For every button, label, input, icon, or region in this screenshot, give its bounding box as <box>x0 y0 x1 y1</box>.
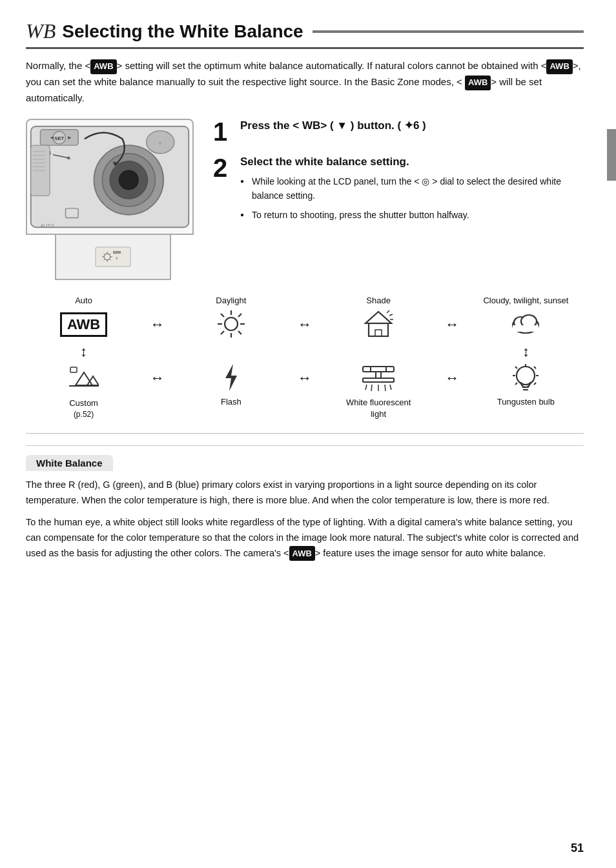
step-2-bullet-2: To return to shooting, press the shutter… <box>240 208 584 222</box>
wb-label-auto: Auto <box>29 296 139 305</box>
info-box: White Balance The three R (red), G (gree… <box>26 445 584 561</box>
step-1-number: 1 <box>213 119 236 145</box>
wb-label-daylight: Daylight <box>176 296 286 305</box>
wb-sym-cloudy <box>471 311 580 339</box>
step-1-content: Press the < WB> ( ▼ ) button. ( ✦6 ) <box>240 119 426 138</box>
wb-label-shade: Shade <box>323 296 433 305</box>
info-paragraph-2: To the human eye, a white object still l… <box>26 515 584 561</box>
arrow-custom-flash: ↔ <box>145 370 170 387</box>
svg-line-79 <box>515 383 517 385</box>
svg-line-67 <box>371 385 372 391</box>
arrow-cloudy-down: ↕ <box>471 343 580 360</box>
step-2: 2 Select the white balance setting. Whil… <box>213 155 584 228</box>
section-divider <box>26 433 584 434</box>
wb-sym-fluorescent <box>323 363 433 394</box>
svg-text:►: ► <box>67 134 73 141</box>
svg-line-42 <box>221 314 224 317</box>
wb-sym-shade <box>323 309 433 341</box>
step-1: 1 Press the < WB> ( ▼ ) button. ( ✦6 ) <box>213 119 584 145</box>
svg-point-71 <box>517 367 535 385</box>
svg-rect-58 <box>69 385 99 387</box>
svg-line-78 <box>534 367 536 368</box>
info-box-title: White Balance <box>26 455 113 471</box>
wb-sublabel-custom: Custom (p.52) <box>29 397 139 420</box>
svg-point-12 <box>119 170 139 190</box>
svg-line-49 <box>387 310 389 313</box>
wb-sym-flash <box>176 363 286 394</box>
svg-rect-25 <box>96 247 130 267</box>
page-title-area: WB Selecting the White Balance <box>26 19 584 49</box>
page-title: Selecting the White Balance <box>62 21 303 42</box>
svg-rect-48 <box>375 330 382 336</box>
wb-icon: WB <box>26 19 56 43</box>
svg-rect-55 <box>513 325 539 332</box>
page-number: 51 <box>571 842 584 855</box>
wb-sym-tungsten <box>471 363 580 394</box>
arrow-auto-down: ↕ <box>29 343 139 360</box>
wb-sym-auto: AWB <box>29 312 139 337</box>
wb-sym-custom <box>29 365 139 392</box>
svg-line-66 <box>365 385 367 390</box>
svg-rect-59 <box>70 367 77 372</box>
svg-text:SET: SET <box>54 136 64 141</box>
svg-marker-56 <box>76 372 92 385</box>
awb-badge-3: AWB <box>465 76 491 90</box>
svg-point-37 <box>225 318 238 330</box>
awb-badge-1: AWB <box>90 59 116 74</box>
title-rule <box>313 30 584 33</box>
arrow-auto-daylight: ↔ <box>145 316 170 333</box>
svg-text:5200: 5200 <box>113 250 121 254</box>
camera-diagram: SET ◄ ► WB ○ <box>26 119 200 280</box>
svg-text:◄: ◄ <box>49 134 55 141</box>
svg-rect-23 <box>66 208 79 217</box>
arrow-fluor-tungsten: ↔ <box>439 370 465 387</box>
svg-rect-64 <box>376 372 381 378</box>
svg-rect-65 <box>363 378 394 382</box>
arrow-flash-fluor: ↔ <box>292 370 318 387</box>
intro-paragraph: Normally, the <AWB> setting will set the… <box>26 58 584 106</box>
svg-text:AUTO: AUTO <box>40 223 54 228</box>
awb-badge-info: AWB <box>289 546 315 561</box>
arrow-daylight-shade: ↔ <box>292 316 318 333</box>
svg-line-70 <box>390 385 391 390</box>
svg-line-45 <box>221 331 224 334</box>
wb-sym-daylight <box>176 309 286 341</box>
wb-diagram-section: Auto Daylight Shade Cloudy, twilight, su… <box>26 296 584 420</box>
step-2-body: While looking at the LCD panel, turn the… <box>240 174 584 223</box>
camera-top-diagram: SET ◄ ► WB ○ <box>26 119 194 235</box>
info-paragraph-1: The three R (red), G (green), and B (blu… <box>26 478 584 509</box>
step-2-number: 2 <box>213 155 236 181</box>
svg-line-77 <box>515 367 517 368</box>
svg-line-69 <box>385 385 385 391</box>
wb-sublabel-flash: Flash <box>176 397 286 420</box>
step-2-bullet-1: While looking at the LCD panel, turn the… <box>240 174 584 203</box>
camera-bottom-diagram: 5200 K <box>55 235 171 280</box>
svg-marker-60 <box>225 364 237 391</box>
awb-badge-2: AWB <box>546 59 572 74</box>
arrow-shade-cloudy: ↔ <box>439 316 465 333</box>
svg-line-50 <box>389 314 393 316</box>
step-2-title: Select the white balance setting. <box>240 155 584 169</box>
step-1-title: Press the < WB> ( ▼ ) button. ( ✦6 ) <box>240 119 426 133</box>
awb-symbol-box: AWB <box>60 312 107 337</box>
wb-sublabel-fluorescent: White fluorescentlight <box>323 397 433 420</box>
svg-text:○: ○ <box>159 140 162 146</box>
steps-area: 1 Press the < WB> ( ▼ ) button. ( ✦6 ) 2… <box>213 119 584 280</box>
svg-line-80 <box>534 383 536 385</box>
svg-line-43 <box>238 331 241 334</box>
wb-label-cloudy: Cloudy, twilight, sunset <box>471 296 580 305</box>
main-section: SET ◄ ► WB ○ <box>26 119 584 280</box>
svg-line-44 <box>238 314 241 317</box>
step-2-content: Select the white balance setting. While … <box>240 155 584 228</box>
svg-marker-46 <box>365 312 391 323</box>
sidebar-stripe <box>607 129 616 181</box>
wb-sublabel-tungsten: Tungusten bulb <box>471 397 580 420</box>
svg-rect-61 <box>363 367 394 372</box>
